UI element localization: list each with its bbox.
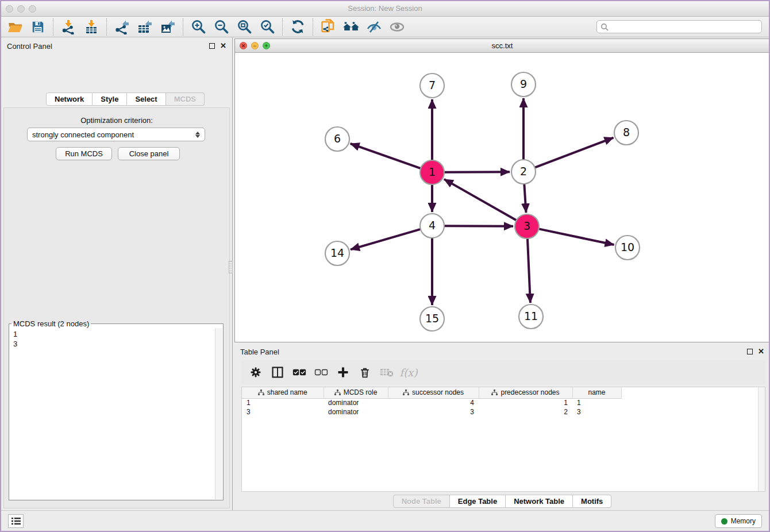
tab-mcds[interactable]: MCDS bbox=[166, 92, 205, 106]
column-type-icon bbox=[258, 390, 264, 396]
column-header-predecessor-nodes[interactable]: predecessor nodes bbox=[479, 387, 572, 398]
graph-node-label-2: 2 bbox=[520, 165, 527, 178]
main-toolbar bbox=[1, 17, 769, 37]
network-window-title: scc.txt bbox=[235, 41, 769, 50]
toolbar-separator bbox=[106, 18, 107, 36]
import-table-icon[interactable] bbox=[80, 18, 103, 36]
toolbar-separator bbox=[53, 18, 53, 36]
float-table-panel-icon[interactable] bbox=[747, 349, 753, 354]
search-box[interactable] bbox=[596, 20, 762, 33]
graph-edge-3-11[interactable] bbox=[528, 238, 530, 303]
mcds-result-box: MCDS result (2 nodes) 1 3 bbox=[9, 319, 224, 500]
tab-select[interactable]: Select bbox=[127, 92, 165, 106]
clone-network-icon[interactable] bbox=[317, 18, 340, 36]
tab-motifs[interactable]: Motifs bbox=[573, 495, 611, 508]
tab-edge-table[interactable]: Edge Table bbox=[450, 495, 506, 508]
search-input[interactable] bbox=[609, 23, 761, 31]
graph-node-label-11: 11 bbox=[524, 310, 538, 322]
export-network-icon[interactable] bbox=[110, 18, 133, 36]
show-all-icon[interactable] bbox=[386, 18, 409, 36]
control-panel-tabs: Network Style Select MCDS bbox=[46, 92, 205, 106]
graph-node-label-15: 15 bbox=[425, 312, 439, 325]
criterion-select[interactable]: strongly connected component bbox=[27, 128, 205, 141]
toolbar-separator bbox=[183, 18, 183, 36]
column-header-mcds-role[interactable]: MCDS role bbox=[324, 387, 388, 398]
refresh-view-icon[interactable] bbox=[286, 18, 309, 36]
first-neighbors-icon[interactable] bbox=[340, 18, 363, 36]
tab-node-table[interactable]: Node Table bbox=[393, 495, 450, 508]
table-header-row: shared name MCDS role successor nodes pr… bbox=[242, 387, 621, 398]
graph-edge-4-3[interactable] bbox=[444, 226, 513, 226]
network-view-window: ✕ − + scc.txt 1234678910111415 bbox=[234, 38, 770, 342]
unselect-all-columns-icon[interactable] bbox=[311, 363, 331, 382]
table-row[interactable]: 3 dominator 3 2 3 bbox=[242, 407, 621, 417]
table-options-gear-icon[interactable] bbox=[246, 363, 265, 382]
table-panel: Table Panel ✕ bbox=[234, 343, 770, 512]
close-panel-button[interactable]: Close panel bbox=[118, 147, 180, 160]
zoom-fit-icon[interactable] bbox=[233, 18, 256, 36]
open-session-icon[interactable] bbox=[3, 18, 26, 36]
control-panel-title: Control Panel bbox=[7, 42, 52, 51]
graph-node-label-1: 1 bbox=[429, 165, 436, 178]
panel-splitter-grip[interactable] bbox=[229, 261, 233, 273]
save-session-icon[interactable] bbox=[26, 18, 49, 36]
graph-edge-1-6[interactable] bbox=[351, 144, 421, 168]
graph-node-label-9: 9 bbox=[520, 78, 527, 90]
search-icon bbox=[600, 23, 609, 31]
table-panel-title: Table Panel bbox=[240, 348, 279, 356]
add-column-icon[interactable] bbox=[333, 363, 353, 382]
column-type-icon bbox=[403, 390, 409, 396]
zoom-in-icon[interactable] bbox=[187, 18, 210, 36]
graph-edge-4-14[interactable] bbox=[351, 229, 421, 249]
apply-function-icon[interactable]: f(x) bbox=[399, 363, 418, 382]
network-graph: 1234678910111415 bbox=[235, 53, 769, 342]
graph-edge-3-10[interactable] bbox=[539, 229, 614, 245]
network-canvas[interactable]: 1234678910111415 bbox=[235, 53, 769, 342]
mcds-panel: Optimization criterion: strongly connect… bbox=[3, 107, 230, 508]
delete-columns-icon[interactable] bbox=[355, 363, 375, 382]
graph-node-label-6: 6 bbox=[334, 132, 341, 145]
memory-button[interactable]: Memory bbox=[715, 514, 762, 528]
graph-node-label-10: 10 bbox=[621, 241, 634, 253]
graph-node-label-4: 4 bbox=[429, 219, 436, 232]
graph-edge-2-3[interactable] bbox=[524, 184, 526, 213]
column-header-successor-nodes[interactable]: successor nodes bbox=[388, 387, 479, 398]
memory-label: Memory bbox=[731, 517, 756, 525]
node-table: shared name MCDS role successor nodes pr… bbox=[241, 387, 765, 492]
graph-edge-2-8[interactable] bbox=[535, 138, 614, 168]
result-scrollbar[interactable] bbox=[215, 328, 222, 499]
tab-network[interactable]: Network bbox=[46, 92, 93, 106]
export-image-icon[interactable] bbox=[156, 18, 179, 36]
table-scrollbar[interactable] bbox=[758, 387, 765, 491]
float-panel-icon[interactable] bbox=[209, 43, 215, 49]
zoom-selected-icon[interactable] bbox=[256, 18, 279, 36]
select-all-columns-icon[interactable] bbox=[290, 363, 309, 382]
import-network-icon[interactable] bbox=[57, 18, 80, 36]
run-mcds-button[interactable]: Run MCDS bbox=[56, 147, 112, 160]
toolbar-separator bbox=[313, 18, 313, 36]
delete-table-icon[interactable] bbox=[377, 363, 396, 382]
graph-node-label-14: 14 bbox=[330, 246, 344, 259]
graph-edge-3-1[interactable] bbox=[444, 179, 517, 221]
node-table-grid: shared name MCDS role successor nodes pr… bbox=[242, 387, 622, 417]
network-window-titlebar: ✕ − + scc.txt bbox=[235, 39, 769, 53]
mcds-result-text[interactable]: 1 3 bbox=[10, 328, 215, 499]
status-bar: Memory bbox=[1, 510, 769, 531]
zoom-out-icon[interactable] bbox=[210, 18, 233, 36]
tab-network-table[interactable]: Network Table bbox=[506, 495, 573, 508]
column-header-name[interactable]: name bbox=[572, 387, 621, 398]
table-tabs: Node Table Edge Table Network Table Moti… bbox=[234, 495, 770, 508]
show-columns-icon[interactable] bbox=[268, 363, 287, 382]
table-row[interactable]: 1 dominator 4 1 1 bbox=[242, 398, 621, 407]
tab-style[interactable]: Style bbox=[93, 92, 127, 106]
graph-edge-1-2[interactable] bbox=[444, 172, 510, 172]
close-panel-icon[interactable]: ✕ bbox=[220, 43, 226, 49]
close-table-panel-icon[interactable]: ✕ bbox=[758, 349, 764, 354]
optimization-criterion-label: Optimization criterion: bbox=[4, 116, 229, 125]
export-table-icon[interactable] bbox=[133, 18, 156, 36]
table-toolbar: f(x) bbox=[241, 360, 765, 384]
task-history-button[interactable] bbox=[8, 514, 24, 528]
memory-status-icon bbox=[721, 518, 727, 525]
column-header-shared-name[interactable]: shared name bbox=[242, 387, 324, 398]
hide-selected-icon[interactable] bbox=[363, 18, 386, 36]
